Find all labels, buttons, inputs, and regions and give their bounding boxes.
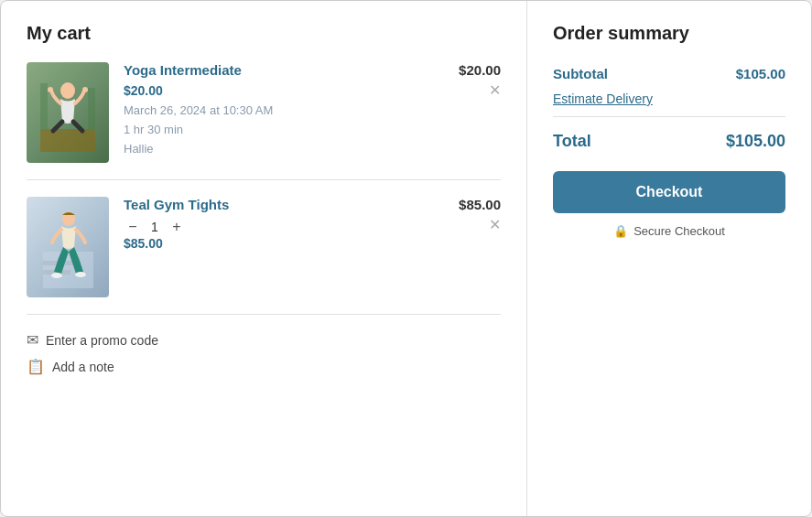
- yoga-item-instructor: Hallie: [124, 142, 154, 156]
- note-icon: 📋: [27, 358, 45, 375]
- right-panel: Order summary Subtotal $105.00 Estimate …: [527, 1, 811, 516]
- svg-point-3: [82, 87, 88, 92]
- yoga-item-meta: March 26, 2024 at 10:30 AM 1 hr 30 min H…: [124, 102, 444, 158]
- total-row: Total $105.00: [553, 132, 785, 151]
- svg-point-11: [75, 272, 86, 277]
- cart-item-tights: Teal Gym Tights − 1 + $85.00 $85.00 ✕: [27, 197, 501, 315]
- tights-qty-decrease[interactable]: −: [124, 218, 142, 236]
- left-panel: My cart: [1, 1, 527, 516]
- yoga-item-price-detail: $20.00: [124, 83, 444, 98]
- page-container: My cart: [0, 0, 812, 517]
- estimate-delivery-label: Estimate Delivery: [553, 92, 653, 106]
- svg-point-1: [60, 82, 75, 99]
- svg-rect-5: [88, 88, 95, 129]
- subtotal-row: Subtotal $105.00: [553, 66, 785, 81]
- summary-divider: [553, 116, 785, 117]
- yoga-remove-button[interactable]: ✕: [489, 83, 501, 98]
- svg-point-2: [48, 87, 53, 92]
- total-value: $105.00: [726, 132, 785, 151]
- tights-item-image: [27, 197, 109, 297]
- tights-qty-value: 1: [151, 220, 158, 234]
- tights-item-name: Teal Gym Tights: [124, 197, 444, 212]
- cart-item-yoga: Yoga Intermediate $20.00 March 26, 2024 …: [27, 62, 501, 180]
- estimate-delivery-link[interactable]: Estimate Delivery: [553, 91, 785, 107]
- bottom-links: ✉ Enter a promo code 📋 Add a note: [27, 331, 501, 375]
- svg-rect-0: [40, 129, 95, 152]
- tights-qty-increase[interactable]: +: [168, 218, 186, 236]
- yoga-figure-svg: [40, 74, 95, 152]
- secure-checkout-label: Secure Checkout: [633, 224, 725, 238]
- tights-qty-control: − 1 +: [124, 218, 444, 236]
- yoga-item-duration: 1 hr 30 min: [124, 123, 183, 136]
- tights-item-price: $85.00: [459, 197, 501, 212]
- promo-icon: ✉: [27, 331, 38, 349]
- yoga-item-details: Yoga Intermediate $20.00 March 26, 2024 …: [124, 62, 444, 158]
- tights-item-details: Teal Gym Tights − 1 + $85.00: [124, 197, 444, 254]
- subtotal-value: $105.00: [736, 66, 785, 81]
- checkout-button[interactable]: Checkout: [553, 171, 785, 213]
- yoga-item-date: March 26, 2024 at 10:30 AM: [124, 103, 273, 117]
- yoga-item-image: [27, 62, 109, 163]
- tights-remove-button[interactable]: ✕: [489, 218, 501, 232]
- yoga-item-name: Yoga Intermediate: [124, 62, 444, 78]
- tights-item-right: $85.00 ✕: [459, 197, 501, 232]
- tights-item-price-detail: $85.00: [124, 236, 444, 251]
- subtotal-label: Subtotal: [553, 66, 608, 81]
- svg-rect-4: [40, 83, 48, 129]
- promo-label: Enter a promo code: [46, 333, 158, 348]
- yoga-item-right: $20.00 ✕: [459, 62, 501, 98]
- lock-icon: 🔒: [613, 224, 628, 238]
- yoga-item-price: $20.00: [459, 62, 501, 78]
- note-label: Add a note: [52, 360, 114, 374]
- add-note-link[interactable]: 📋 Add a note: [27, 358, 501, 375]
- tights-figure-svg: [43, 206, 93, 288]
- secure-checkout-row: 🔒 Secure Checkout: [553, 224, 785, 238]
- cart-title: My cart: [27, 23, 501, 44]
- order-summary-title: Order summary: [553, 23, 785, 44]
- promo-code-link[interactable]: ✉ Enter a promo code: [27, 331, 501, 349]
- svg-point-10: [51, 273, 62, 278]
- total-label: Total: [553, 132, 591, 151]
